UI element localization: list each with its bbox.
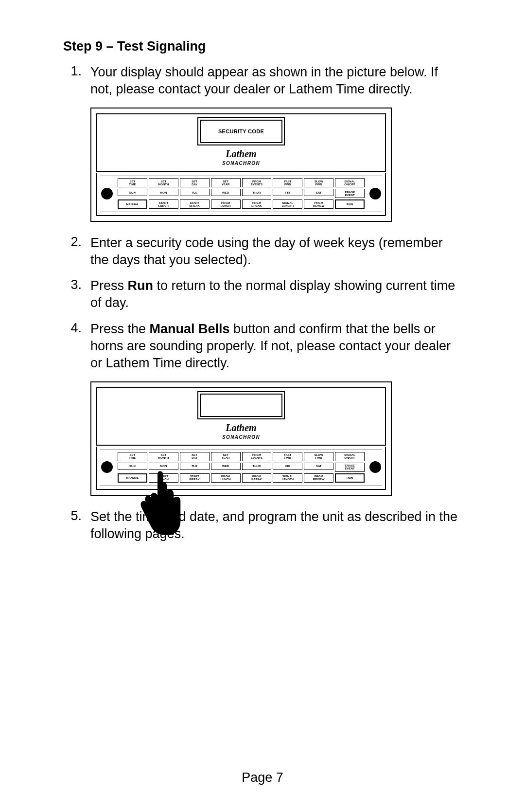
list-body: Set the time and date, and program the u… xyxy=(90,508,462,542)
keypad-key: SET TIME xyxy=(118,452,147,461)
lcd-frame xyxy=(197,391,285,419)
keypad-key: THUR xyxy=(242,463,272,470)
list-number: 4. xyxy=(63,321,82,372)
keypad-key: SET YEAR xyxy=(211,452,241,461)
list-item-5: 5. Set the time and date, and program th… xyxy=(63,508,462,542)
keypad-key: SLOW FWD xyxy=(304,452,333,461)
list-body: Press Run to return to the normal displa… xyxy=(90,277,462,311)
device-diagram-2: Lathem SONACHRON SET TIMESET MONTHSET DA… xyxy=(90,381,462,496)
keypad-key: TUE xyxy=(180,463,210,470)
keypad-key: SIGNAL LENGTH xyxy=(273,199,302,209)
dot-right xyxy=(369,461,381,473)
section-heading: Step 9 – Test Signaling xyxy=(63,39,462,54)
list-item-3: 3. Press Run to return to the normal dis… xyxy=(63,277,462,311)
keypad-key: PRGM LUNCH xyxy=(211,199,241,209)
keypad-key: THUR xyxy=(242,189,272,196)
keypad-key: MANUAL xyxy=(118,199,147,209)
keypad-key: MANUAL xyxy=(118,473,147,483)
keypad-key: MON xyxy=(149,463,178,470)
keypad-key: ERASE EVENT xyxy=(335,189,365,198)
key-grid: SET TIMESET MONTHSET DAYSET YEARPRGM EVE… xyxy=(118,178,365,209)
brand-logo: Lathem xyxy=(97,148,385,160)
list-item-4: 4. Press the Manual Bells button and con… xyxy=(63,321,462,372)
keypad-key: RUN xyxy=(335,199,365,209)
keypad-key: PRGM EVENTS xyxy=(242,452,272,461)
text: Set the time and date, and program the u… xyxy=(90,509,457,541)
keypad: SET TIMESET MONTHSET DAYSET YEARPRGM EVE… xyxy=(100,450,382,486)
keypad-key: SET DAY xyxy=(180,452,210,461)
keypad-key: SET MONTH xyxy=(149,178,178,187)
keypad-key: SIGNAL LENGTH xyxy=(273,473,302,483)
list-number: 1. xyxy=(63,64,82,98)
keypad-key: MON xyxy=(149,189,178,196)
keypad-key: PRGM REVIEW xyxy=(304,199,333,209)
keypad-key: TUE xyxy=(180,189,210,196)
device-diagram-1: SECURITY CODE Lathem SONACHRON SET TIMES… xyxy=(90,108,462,222)
lcd-frame: SECURITY CODE xyxy=(197,117,285,145)
keypad: SET TIMESET MONTHSET DAYSET YEARPRGM EVE… xyxy=(100,176,382,212)
key-grid: SET TIMESET MONTHSET DAYSET YEARPRGM EVE… xyxy=(118,452,365,483)
list-number: 2. xyxy=(63,235,82,269)
keypad-key: SAT xyxy=(304,463,333,470)
keypad-key: SLOW FWD xyxy=(304,178,333,187)
list-body: Enter a security code using the day of w… xyxy=(90,235,462,269)
keypad-key: FAST FWD xyxy=(273,178,302,187)
brand-subtitle: SONACHRON xyxy=(97,434,385,440)
keypad-key: FAST FWD xyxy=(273,452,302,461)
list-body: Your display should appear as shown in t… xyxy=(90,64,462,98)
keypad-key: SUN xyxy=(118,463,147,470)
keypad-key: START LUNCH xyxy=(149,473,178,483)
dot-left xyxy=(101,188,113,199)
list-number: 5. xyxy=(63,508,82,542)
bold-text: Manual Bells xyxy=(150,322,230,336)
dot-right xyxy=(369,188,381,199)
keypad-key: RUN xyxy=(335,473,365,483)
keypad-key: SAT xyxy=(304,189,333,196)
keypad-key: FRI xyxy=(273,189,302,196)
keypad-key: SET TIME xyxy=(118,178,147,187)
keypad-key: PRGM LUNCH xyxy=(211,473,241,483)
keypad-key: SET YEAR xyxy=(211,178,241,187)
keypad-key: SET MONTH xyxy=(149,452,178,461)
keypad-key: PRGM BREAK xyxy=(242,473,272,483)
bold-text: Run xyxy=(128,278,153,293)
list-number: 3. xyxy=(63,277,82,311)
keypad-key: PRGM EVENTS xyxy=(242,178,272,187)
text: Press the xyxy=(90,322,150,336)
brand-logo: Lathem xyxy=(97,422,385,433)
text: Your display should appear as shown in t… xyxy=(90,65,438,96)
list-item-2: 2. Enter a security code using the day o… xyxy=(63,235,462,269)
text: Enter a security code using the day of w… xyxy=(90,235,443,267)
keypad-key: PRGM REVIEW xyxy=(304,473,333,483)
keypad-key: WED xyxy=(211,189,241,196)
keypad-key: ERASE EVENT xyxy=(335,463,365,472)
keypad-key: WED xyxy=(211,463,241,470)
keypad-key: START BREAK xyxy=(180,199,210,209)
lcd-screen xyxy=(200,394,282,417)
dot-left xyxy=(101,461,113,473)
keypad-key: START LUNCH xyxy=(149,199,178,209)
lcd-text: SECURITY CODE xyxy=(218,128,264,134)
brand-subtitle: SONACHRON xyxy=(97,161,385,166)
list-body: Press the Manual Bells button and confir… xyxy=(90,321,462,372)
keypad-key: PRGM BREAK xyxy=(242,199,272,209)
page-number: Page 7 xyxy=(63,770,462,785)
keypad-key: FRI xyxy=(273,463,302,470)
list-item-1: 1. Your display should appear as shown i… xyxy=(63,64,462,98)
lcd-screen: SECURITY CODE xyxy=(200,120,282,143)
keypad-key: SIGNAL ON/OFF xyxy=(335,178,365,187)
text: Press xyxy=(90,278,128,293)
keypad-key: START BREAK xyxy=(180,473,210,483)
instruction-list-end: 5. Set the time and date, and program th… xyxy=(63,508,462,542)
instruction-list: 1. Your display should appear as shown i… xyxy=(63,64,462,98)
keypad-key: SET DAY xyxy=(180,178,210,187)
keypad-key: SUN xyxy=(118,189,147,196)
keypad-key: SIGNAL ON/OFF xyxy=(335,452,365,461)
instruction-list-cont: 2. Enter a security code using the day o… xyxy=(63,235,462,372)
